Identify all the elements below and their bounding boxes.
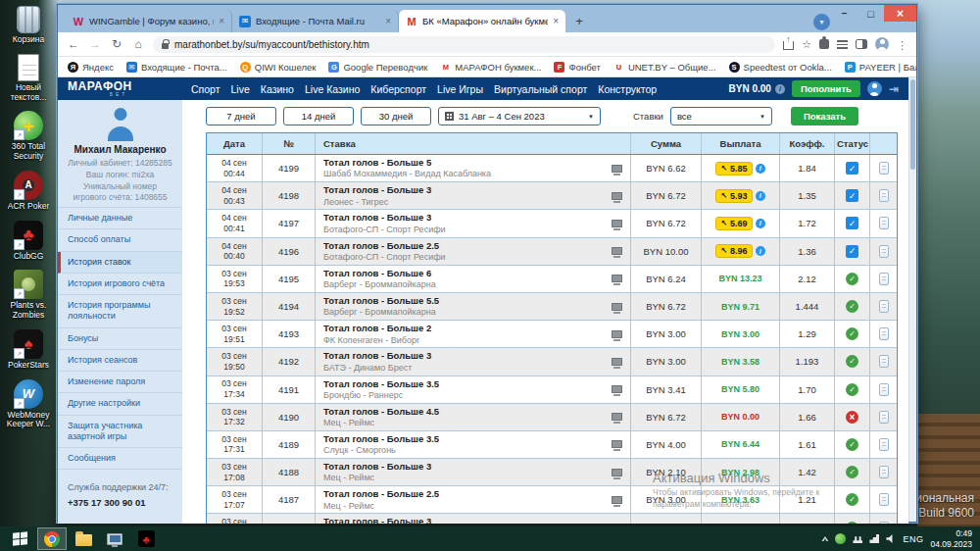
bookmark-item[interactable]: S Speedtest от Ookla...: [729, 62, 832, 73]
bookmark-item[interactable]: F Фонбет: [554, 62, 600, 73]
extensions-icon[interactable]: [819, 39, 829, 49]
bookmark-item[interactable]: Я Яндекс: [68, 62, 114, 73]
menu-dots-icon[interactable]: [897, 35, 907, 53]
receipt-icon[interactable]: [879, 466, 889, 478]
close-button[interactable]: [884, 5, 916, 22]
sidebar-menu-item[interactable]: История сеансов: [58, 350, 182, 372]
receipt-icon[interactable]: [879, 438, 889, 451]
receipt-icon[interactable]: [879, 189, 889, 202]
screen-icon[interactable]: [612, 303, 622, 311]
media-list-icon[interactable]: [837, 40, 848, 49]
site-nav-item[interactable]: Спорт: [191, 83, 220, 95]
info-icon[interactable]: [756, 246, 765, 256]
cashout-badge[interactable]: 8.96: [715, 244, 752, 258]
site-nav-item[interactable]: Live Игры: [437, 83, 483, 95]
receipt-icon[interactable]: [879, 355, 889, 368]
site-logo[interactable]: МАРАФОН БЕТ: [68, 80, 170, 97]
bookmark-item[interactable]: U UNET.BY – Общие...: [613, 62, 716, 73]
balance-info-icon[interactable]: [775, 84, 785, 94]
tray-clock[interactable]: 0:49 04.09.2023: [930, 528, 972, 549]
quick-range-button[interactable]: 14 дней: [283, 107, 354, 125]
site-nav-item[interactable]: Конструктор: [598, 83, 657, 95]
sidebar-toggle-icon[interactable]: [856, 39, 867, 49]
desktop-icon[interactable]: WebMoney Keeper W...: [2, 379, 55, 430]
minimize-button[interactable]: [831, 5, 858, 22]
deposit-button[interactable]: Пополнить: [792, 80, 860, 97]
scrollbar[interactable]: [908, 77, 916, 522]
screen-icon[interactable]: [612, 440, 622, 448]
screen-icon[interactable]: [612, 413, 622, 421]
forward-button[interactable]: →: [88, 38, 102, 50]
sidebar-menu-item[interactable]: Изменение пароля: [58, 372, 182, 393]
sidebar-menu-item[interactable]: Сообщения: [58, 448, 182, 470]
cashout-badge[interactable]: 5.69: [715, 217, 752, 230]
support-phone[interactable]: +375 17 300 90 01: [68, 497, 172, 509]
tray-language[interactable]: ENG: [903, 534, 923, 544]
info-icon[interactable]: [756, 164, 765, 174]
screen-icon[interactable]: [612, 469, 622, 476]
screen-icon[interactable]: [612, 165, 622, 173]
account-avatar[interactable]: [867, 81, 882, 96]
site-nav-item[interactable]: Киберспорт: [370, 83, 426, 95]
screen-icon[interactable]: [612, 247, 622, 255]
tab-search-button[interactable]: [813, 14, 830, 30]
receipt-icon[interactable]: [879, 411, 889, 424]
browser-tab[interactable]: M БК «Марафон» онлайн букмек...: [399, 10, 565, 32]
tab-close-icon[interactable]: [219, 17, 224, 26]
show-button[interactable]: Показать: [791, 107, 858, 125]
bookmark-item[interactable]: G Google Переводчик: [328, 62, 427, 73]
receipt-icon[interactable]: [879, 383, 889, 396]
desktop-icon[interactable]: ClubGG: [2, 221, 55, 262]
date-range-select[interactable]: 31 Авг – 4 Сен 2023: [438, 107, 601, 125]
info-icon[interactable]: [756, 191, 765, 201]
bookmark-item[interactable]: ✉ Входящие - Почта...: [126, 62, 227, 73]
profile-avatar[interactable]: [875, 37, 889, 51]
start-button[interactable]: [3, 526, 36, 551]
tray-expand-icon[interactable]: [821, 536, 828, 541]
receipt-icon[interactable]: [879, 245, 889, 258]
cashout-badge[interactable]: 5.93: [715, 189, 752, 203]
bookmark-item[interactable]: P PAYEER | Баланс: [845, 62, 916, 73]
scrollbar-thumb[interactable]: [910, 79, 915, 170]
desktop-icon[interactable]: Новый текстов...: [2, 54, 55, 103]
tab-close-icon[interactable]: [385, 17, 391, 26]
receipt-icon[interactable]: [879, 522, 889, 524]
desktop-icon[interactable]: 360 Total Security: [2, 111, 55, 162]
tray-network-icon[interactable]: [853, 534, 862, 543]
maximize-button[interactable]: [858, 5, 884, 22]
screen-icon[interactable]: [612, 275, 622, 282]
sidebar-menu-item[interactable]: История ставок: [58, 252, 182, 274]
screen-icon[interactable]: [612, 192, 622, 200]
quick-range-button[interactable]: 7 дней: [206, 107, 276, 125]
share-icon[interactable]: [783, 41, 794, 50]
reload-button[interactable]: ↻: [110, 38, 123, 50]
receipt-icon[interactable]: [879, 217, 889, 229]
bookmark-item[interactable]: M МАРАФОН букмек...: [440, 62, 541, 73]
site-nav-item[interactable]: Live Казино: [305, 83, 360, 95]
sidebar-menu-item[interactable]: История программы лояльности: [58, 295, 182, 328]
desktop-icon[interactable]: ACR Poker: [2, 171, 55, 212]
tray-360-icon[interactable]: [835, 533, 846, 544]
taskbar-monitor-app[interactable]: [100, 527, 129, 550]
receipt-icon[interactable]: [879, 273, 889, 285]
taskbar-clubgg[interactable]: [131, 527, 161, 550]
desktop-icon[interactable]: Plants vs. Zombies: [2, 270, 55, 321]
receipt-icon[interactable]: [879, 300, 889, 313]
desktop-icon[interactable]: Корзина: [2, 6, 55, 45]
back-button[interactable]: ←: [67, 38, 80, 50]
new-tab-button[interactable]: [569, 11, 589, 30]
tab-close-icon[interactable]: [553, 17, 559, 26]
site-nav-item[interactable]: Виртуальный спорт: [494, 83, 587, 95]
bookmark-item[interactable]: Q QIWI Кошелек: [240, 62, 317, 73]
browser-tab[interactable]: W WINGamble | Форум казино, по...: [66, 10, 232, 32]
sidebar-menu-item[interactable]: Другие настройки: [58, 393, 182, 415]
logout-icon[interactable]: [889, 82, 899, 96]
quick-range-button[interactable]: 30 дней: [361, 107, 431, 125]
desktop-icon[interactable]: PokerStars: [2, 329, 55, 371]
browser-tab[interactable]: ✉ Входящие - Почта Mail.ru: [232, 10, 399, 32]
receipt-icon[interactable]: [879, 162, 889, 175]
address-bar[interactable]: marathonbet.by/su/myaccount/bethistory.h…: [153, 36, 775, 53]
screen-icon[interactable]: [612, 385, 622, 393]
screen-icon[interactable]: [612, 220, 622, 227]
tray-signal-icon[interactable]: [869, 534, 879, 543]
